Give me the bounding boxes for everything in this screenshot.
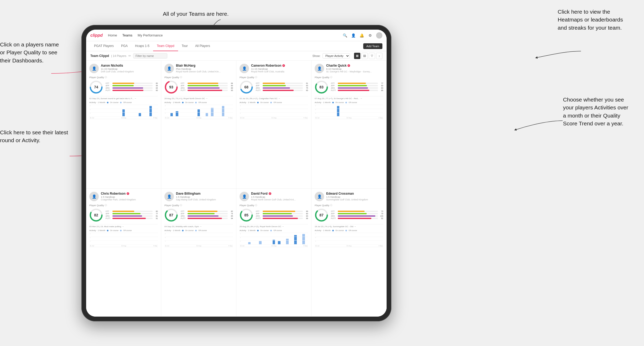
nav-bar: clippd Home Teams My Performance 🔍 👤 🔔 ⚙ [86,30,387,41]
quality-content[interactable]: 93 OTT 84 APP 85 ARG 88 [164,80,233,94]
tab-team-clippd[interactable]: Team Clippd [153,41,178,51]
chart-x-labels: 31 Jul 21 Aug 4 Sep [240,244,308,247]
donut-chart: 83 [315,80,328,94]
oncourse-label: On course [260,230,269,231]
stat-row: PUTT 94 [181,217,233,219]
player-card[interactable]: 👤 Edward Crossman 1-5 Handicap Sunningda… [311,189,387,317]
recent-round[interactable]: 07 Aug 23 | 77 (+7), St George's Hill GC… [315,96,383,100]
quality-content[interactable]: 82 OTT 60 APP 77 ARG 81 [89,208,158,222]
stat-bar-bg [263,215,303,217]
stat-row: OTT 77 [331,82,383,84]
player-card[interactable]: 👤 Charlie Quick ✓ 6-10 Handicap St. Geor… [311,61,387,189]
stat-value: 60 [154,210,158,212]
stat-bar-bg [112,215,153,217]
player-name[interactable]: Edward Crossman [326,192,383,195]
player-handicap: Plus Handicap [176,68,233,70]
sort-icon[interactable]: ↕ [376,53,382,59]
player-info: Blair McHarg Plus Handicap Royal North D… [176,64,233,73]
activity-header: Activity · 1 Month On course Off course [315,229,383,232]
stat-value: 63 [304,85,308,87]
list-view-icon[interactable]: ▤ [361,53,368,59]
activity-section: Activity · 1 Month On course Off course … [240,101,308,119]
oncourse-label: On course [110,230,118,231]
quality-content[interactable]: 83 OTT 77 APP 80 ARG 83 [315,80,383,94]
player-name[interactable]: Cameron Robertson ✓ [251,64,308,67]
settings-icon[interactable]: ⚙ [368,33,372,38]
stat-label: ARG [181,215,186,217]
activity-header: Activity · 1 Month On course Off course [315,101,383,104]
nav-link-teams[interactable]: Teams [122,32,132,38]
profile-icon[interactable]: 👤 [351,33,356,38]
stats-bars: OTT 84 APP 85 ARG 88 PUTT 9 [181,82,233,92]
player-card[interactable]: 👤 Cameron Robertson ✓ 11-15 Handicap Roy… [236,61,311,189]
quality-content[interactable]: 68 OTT 61 APP 63 ARG 75 [240,80,308,94]
stat-row: PUTT 85 [256,89,308,91]
stats-bars: OTT 60 APP 58 ARG 84 PUTT 8 [106,82,158,92]
chart-x-label-1: 31 Jul [240,245,244,247]
stat-value: 83 [379,87,383,89]
stats-bars: OTT 61 APP 63 ARG 75 PUTT 8 [256,82,308,92]
player-header: 👤 Charlie Quick ✓ 6-10 Handicap St. Geor… [315,64,383,73]
tab-pgat[interactable]: PGAT Players [90,41,117,51]
chart-x-labels: 31 Jul 21 Aug 4 Sep [315,116,383,119]
player-name[interactable]: Blair McHarg [176,64,233,67]
stat-label: APP [106,213,111,215]
quality-label: Player Quality ⓘ [89,76,158,79]
quality-content[interactable]: 74 OTT 60 APP 58 ARG 84 [89,80,158,94]
nav-link-home[interactable]: Home [108,32,117,38]
player-name[interactable]: Aaron Nicholls [101,64,158,67]
chart-x-label-3: 4 Sep [228,245,232,247]
stat-bar-bg [188,83,228,84]
player-name[interactable]: David Ford ✓ [251,192,308,195]
tab-hcaps[interactable]: Hcaps 1-5 [131,41,153,51]
edit-icon[interactable]: ✏ [128,54,131,58]
tab-tour[interactable]: Tour [178,41,191,51]
stat-bar-bg [188,215,228,217]
recent-round[interactable]: 05 Mar 23 | 19, Must make putting → [89,224,158,228]
player-card[interactable]: 👤 Aaron Nicholls 11-15 Handicap Drift Go… [86,61,161,189]
stat-label: PUTT [331,89,337,91]
player-handicap: 1-5 Handicap [326,196,383,198]
oncourse-legend [107,230,108,231]
quality-content[interactable]: 87 OTT 73 APP 79 ARG 103 [315,208,383,222]
filter-icon[interactable]: ▽ [369,53,375,59]
player-name[interactable]: Chris Robertson ✓ [101,192,158,195]
nav-link-performance[interactable]: My Performance [138,32,163,38]
stat-label: APP [181,85,186,87]
user-avatar[interactable] [376,32,382,39]
stat-row: OTT 60 [106,210,158,212]
search-icon[interactable]: 🔍 [342,33,347,38]
stat-bar-bg [338,213,378,214]
player-card[interactable]: 👤 Blair McHarg Plus Handicap Royal North… [161,61,236,189]
add-team-button[interactable]: Add Team [363,43,382,49]
mini-chart: 6 4 2 31 Jul 21 Aug 4 Sep [89,233,158,247]
player-name[interactable]: Dave Billingham [176,192,233,195]
chart-x-label-2: 21 Aug [346,245,351,247]
bell-icon[interactable]: 🔔 [359,33,364,38]
stat-label: APP [181,213,186,215]
chart-x-label-2: 21 Aug [196,117,201,119]
recent-round[interactable]: 04 Sep 23 | Mobility with coach, Gym → [164,224,233,228]
player-card[interactable]: 👤 David Ford ✓ 1-5 Handicap Royal North … [236,189,311,317]
tab-pga[interactable]: PGA [117,41,131,51]
quality-content[interactable]: 85 OTT 89 APP 80 ARG 83 [240,208,308,222]
recent-round[interactable]: 26 Aug 23 | 84 (+12), Royal North Devon … [240,224,308,228]
player-card[interactable]: 👤 Chris Robertson ✓ 1-5 Handicap Craigmi… [86,189,161,317]
recent-round[interactable]: 26 Aug 23 | 73 (+1), Royal North Devon G… [164,96,233,100]
chart-x-labels: 31 Jul 21 Aug 4 Sep [89,116,158,119]
player-card[interactable]: 👤 Dave Billingham 1-5 Handicap Sag Maing… [161,189,236,317]
quality-content[interactable]: 87 OTT 82 APP 74 ARG 85 [164,208,233,222]
stat-value: 85 [154,89,158,91]
tab-all-players[interactable]: All Players [191,41,214,51]
player-name[interactable]: Charlie Quick ✓ [326,64,383,67]
recent-round[interactable]: 02 Sep 23 | Sunset round to get back int… [89,96,158,100]
recent-round[interactable]: 18 Jul 23 | 74 (+3), Sunningdale GC - Ol… [315,224,383,228]
stat-bar-bg [188,90,228,91]
oncourse-label: On course [260,102,269,103]
recent-round[interactable]: 02 Jul 23 | 59 (+17), Craigmillar Park G… [240,96,308,100]
grid-view-icon[interactable]: ▦ [354,53,360,59]
arrow-heatmaps [534,46,586,62]
show-select[interactable]: Player Activity [323,53,350,58]
team-search-input[interactable] [133,53,167,58]
chart-x-label-2: 21 Aug [121,117,126,119]
